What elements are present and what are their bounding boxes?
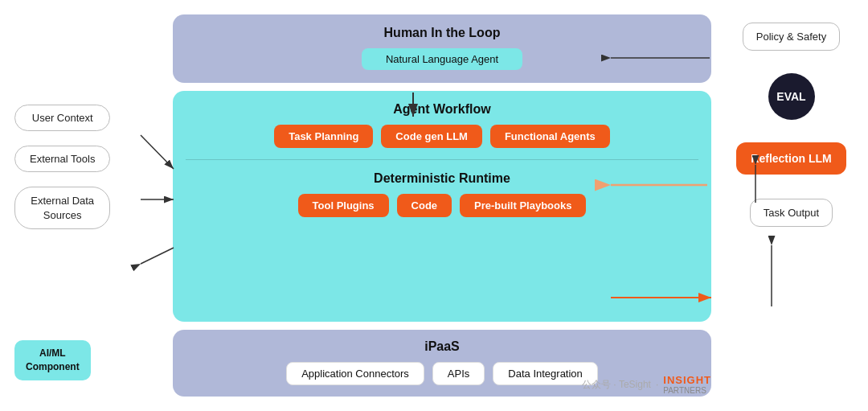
reflection-llm-box: Reflection LLM — [736, 142, 845, 175]
functional-agents-chip: Functional Agents — [490, 125, 610, 148]
human-loop-title: Human In the Loop — [189, 26, 695, 40]
svg-line-5 — [141, 135, 174, 169]
ipaas-title: iPaaS — [189, 339, 695, 354]
tool-plugins-chip: Tool Plugins — [298, 194, 389, 217]
workflow-divider — [186, 159, 698, 160]
svg-line-7 — [141, 248, 174, 264]
task-planning-chip: Task Planning — [274, 125, 373, 148]
insight-partners: INSIGHT PARTNERS — [663, 374, 711, 395]
code-gen-llm-chip: Code gen LLM — [381, 125, 482, 148]
human-in-the-loop-box: Human In the Loop Natural Language Agent — [173, 14, 711, 83]
center-area: Human In the Loop Natural Language Agent… — [173, 14, 711, 397]
code-chip: Code — [397, 194, 452, 217]
task-output-box: Task Output — [750, 199, 833, 227]
policy-safety-box: Policy & Safety — [743, 23, 840, 51]
left-labels: User Context External Tools External Dat… — [14, 105, 110, 229]
diagram-container: User Context External Tools External Dat… — [0, 0, 868, 411]
agent-workflow-title: Agent Workflow — [186, 102, 698, 117]
insight-brand: INSIGHT — [663, 374, 711, 386]
wechat-text: 公众号 · TeSight — [582, 378, 651, 392]
watermark: 公众号 · TeSight · INSIGHT PARTNERS — [582, 374, 711, 395]
right-area: Policy & Safety EVAL Reflection LLM Task… — [729, 14, 854, 397]
ai-ml-component-label: AI/ML Component — [14, 340, 91, 380]
deterministic-runtime-chips: Tool Plugins Code Pre-built Playbooks — [186, 194, 698, 217]
workflow-outer-box: Agent Workflow Task Planning Code gen LL… — [173, 91, 711, 322]
partners-text: PARTNERS — [663, 386, 711, 395]
application-connectors-chip: Application Connectors — [286, 362, 424, 385]
natural-language-agent-chip: Natural Language Agent — [362, 48, 522, 70]
pre-built-playbooks-chip: Pre-built Playbooks — [460, 194, 586, 217]
eval-circle: EVAL — [768, 73, 815, 120]
external-data-sources-label: External DataSources — [14, 187, 110, 229]
user-context-label: User Context — [14, 105, 110, 131]
agent-workflow-section: Agent Workflow Task Planning Code gen LL… — [186, 102, 698, 148]
deterministic-runtime-section: Deterministic Runtime Tool Plugins Code … — [186, 171, 698, 217]
external-tools-label: External Tools — [14, 146, 110, 172]
agent-workflow-chips: Task Planning Code gen LLM Functional Ag… — [186, 125, 698, 148]
deterministic-runtime-title: Deterministic Runtime — [186, 171, 698, 186]
apis-chip: APIs — [432, 362, 485, 385]
